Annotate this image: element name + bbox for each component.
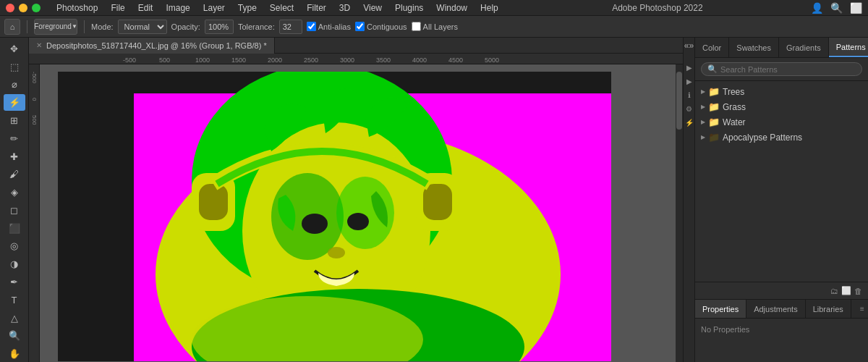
clone-tool[interactable]: ◈ [4,184,25,201]
pattern-group-water[interactable]: ▶ 📁 Water [695,114,868,130]
crop-tool[interactable]: ⊞ [4,112,25,129]
panel-icon-1[interactable]: ▶ [686,64,692,72]
expand-icon[interactable]: ⬜ [850,2,862,14]
divider [27,20,27,33]
panel-icon-4[interactable]: ⚙ [686,105,692,113]
opacity-input[interactable] [205,20,234,34]
search-input[interactable] [720,65,856,74]
dodge-tool[interactable]: ◑ [4,256,25,272]
tab-bar: ✕ Depositphotos_518717440_XL.jpg @ 16% (… [29,38,683,54]
all-layers-label[interactable]: All Layers [412,22,458,31]
search-icon[interactable]: 🔍 [830,2,843,14]
menu-file[interactable]: File [105,1,130,14]
panel-icon-3[interactable]: ℹ [688,91,691,99]
wand-tool[interactable]: ⚡ [4,94,25,111]
eraser-tool[interactable]: ◻ [4,202,25,219]
libraries-tab[interactable]: Libraries [806,300,851,318]
svg-rect-12 [199,184,228,220]
menu-window[interactable]: Window [430,1,473,14]
anti-alias-label[interactable]: Anti-alias [307,22,351,31]
brush-tool[interactable]: 🖌 [4,166,25,182]
chevron-right-icon: ▶ [701,134,705,140]
menu-plugins[interactable]: Plugins [389,1,429,14]
svg-rect-17 [47,72,58,361]
minimize-button[interactable] [19,4,27,12]
traffic-lights [6,4,41,12]
tab-close-icon[interactable]: ✕ [36,41,42,49]
anti-alias-checkbox[interactable] [307,22,316,31]
properties-content: No Properties [695,319,868,362]
collapse-arrow[interactable]: «» [684,41,694,51]
hand-tool[interactable]: ✋ [4,345,25,362]
menu-edit[interactable]: Edit [132,1,159,14]
folder-icon: 📁 [708,117,720,127]
maximize-button[interactable] [32,4,41,12]
home-button[interactable]: ⌂ [4,19,20,35]
ruler-v-mark: -500 [31,72,38,83]
blur-tool[interactable]: ◎ [4,238,25,255]
canvas-container[interactable] [40,64,683,362]
menu-type[interactable]: Type [232,1,263,14]
menu-select[interactable]: Select [264,1,299,14]
ruler-v-mark: 0 [31,98,38,101]
menu-layer[interactable]: Layer [197,1,231,14]
title-bar: Adobe Photoshop 2022 [506,3,809,13]
menu-filter[interactable]: Filter [301,1,332,14]
properties-menu-icon[interactable]: ≡ [856,300,868,318]
contiguous-label[interactable]: Contiguous [355,22,407,31]
ruler-mark: 2500 [304,56,340,64]
pattern-group-apocalypse[interactable]: ▶ 📁 Apocalypse Patterns [695,130,868,145]
ruler-mark: 1500 [231,56,268,64]
adjustments-tab[interactable]: Adjustments [746,300,806,318]
tab-patterns[interactable]: Patterns [829,38,868,57]
document-tab[interactable]: ✕ Depositphotos_518717440_XL.jpg @ 16% (… [29,38,275,54]
fill-tool[interactable]: ⬛ [4,220,25,237]
mode-label: Mode: [91,22,114,31]
svg-point-9 [347,213,369,230]
divider2 [84,20,85,33]
panel-icon-2[interactable]: ▶ [686,77,692,85]
svg-rect-14 [423,184,452,220]
tolerance-input[interactable] [279,20,302,34]
tab-color[interactable]: Color [695,38,729,57]
close-button[interactable] [6,4,14,12]
lasso-tool[interactable]: ⌀ [4,77,25,93]
scrollbar-thumb[interactable] [676,72,682,130]
vertical-scrollbar[interactable] [676,64,683,362]
eyedropper-tool[interactable]: ✏ [4,130,25,147]
pen-tool[interactable]: ✒ [4,274,25,290]
menu-image[interactable]: Image [160,1,195,14]
menu-bar: Photoshop File Edit Image Layer Type Sel… [0,0,868,16]
tab-swatches[interactable]: Swatches [729,38,779,57]
canvas-area: ✕ Depositphotos_518717440_XL.jpg @ 16% (… [29,38,683,362]
account-icon[interactable]: 👤 [811,2,823,14]
menu-view[interactable]: View [357,1,388,14]
pattern-group-grass[interactable]: ▶ 📁 Grass [695,99,868,114]
heal-tool[interactable]: ✚ [4,148,25,165]
delete-pattern-icon[interactable]: 🗑 [854,287,862,295]
type-tool[interactable]: T [4,292,25,308]
marquee-tool[interactable]: ⬚ [4,59,25,75]
properties-tab[interactable]: Properties [695,300,746,318]
new-folder-icon[interactable]: 🗂 [830,287,838,295]
tool-preset-picker[interactable]: Foreground ▼ [34,19,77,35]
zoom-tool[interactable]: 🔍 [4,328,25,345]
tab-gradients[interactable]: Gradients [779,38,829,57]
panel-icon-5[interactable]: ⚡ [685,119,694,127]
new-pattern-icon[interactable]: ⬜ [841,286,851,295]
mode-select[interactable]: Normal Multiply Screen [118,20,167,34]
chevron-icon: ▼ [72,23,77,30]
canvas-wrapper: -500 0 500 [29,64,683,362]
folder-icon: 📁 [708,101,720,112]
contiguous-checkbox[interactable] [355,22,365,31]
all-layers-checkbox[interactable] [412,22,421,31]
chevron-right-icon: ▶ [701,104,705,110]
ruler-mark: 3000 [340,56,376,64]
menu-photoshop[interactable]: Photoshop [51,1,103,14]
shape-tool[interactable]: △ [4,310,25,327]
move-tool[interactable]: ✥ [4,41,25,57]
menu-3d[interactable]: 3D [333,1,356,14]
pattern-tools: 🗂 ⬜ 🗑 [695,282,868,299]
menu-help[interactable]: Help [475,1,504,14]
pattern-group-trees[interactable]: ▶ 📁 Trees [695,84,868,99]
